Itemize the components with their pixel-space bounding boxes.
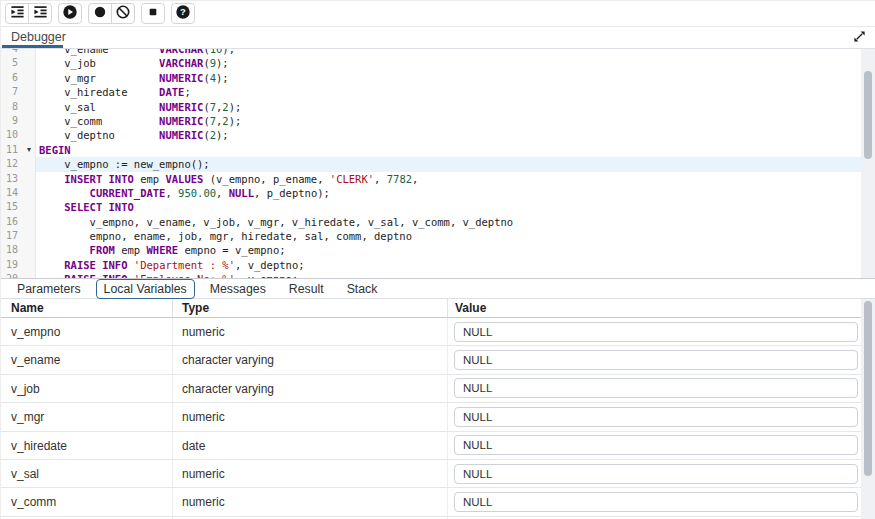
panel-tab-messages[interactable]: Messages [202, 279, 274, 299]
line-number[interactable]: 7 [1, 85, 23, 99]
line-number[interactable]: 5 [1, 56, 23, 70]
step-over-button[interactable] [28, 3, 52, 24]
stop-square-icon [145, 4, 161, 24]
fold-gutter [23, 71, 36, 85]
code-text[interactable]: v_mgr NUMERIC(4); [36, 71, 229, 85]
debugger-window: ? Debugger 4 v_ename VARCHAR(10);5 v_job… [0, 0, 875, 519]
editor-scrollbar[interactable] [861, 49, 875, 278]
line-number[interactable]: 15 [1, 200, 23, 214]
fold-gutter [23, 186, 36, 200]
code-line-18[interactable]: 18 FROM emp WHERE empno = v_empno; [1, 243, 862, 257]
table-row: v_mgrnumeric [1, 403, 862, 431]
scrollbar-thumb[interactable] [864, 71, 872, 159]
panel-tab-stack[interactable]: Stack [339, 279, 386, 299]
panel-tab-parameters[interactable]: Parameters [9, 279, 89, 299]
code-text[interactable]: v_sal NUMERIC(7,2); [36, 100, 241, 114]
line-number[interactable]: 13 [1, 172, 23, 186]
breakpoint-button-group [88, 3, 135, 24]
code-line-16[interactable]: 16 v_empno, v_ename, v_job, v_mgr, v_hir… [1, 215, 862, 229]
code-line-19[interactable]: 19 RAISE INFO 'Department : %', v_deptno… [1, 258, 862, 272]
variable-value-input[interactable] [454, 322, 858, 342]
fold-gutter [23, 128, 36, 142]
column-header-type: Type [173, 299, 448, 317]
line-number[interactable]: 11 [1, 143, 23, 157]
variable-name-cell: v_mgr [1, 403, 173, 430]
fold-gutter [23, 49, 36, 56]
code-text[interactable]: v_ename VARCHAR(10); [36, 49, 235, 56]
code-text[interactable]: v_comm NUMERIC(7,2); [36, 114, 241, 128]
continue-button[interactable] [58, 3, 82, 24]
code-line-14[interactable]: 14 CURRENT_DATE, 950.00, NULL, p_deptno)… [1, 186, 862, 200]
line-number[interactable]: 10 [1, 128, 23, 142]
code-line-12[interactable]: 12 v_empno := new_empno(); [1, 157, 862, 171]
help-button[interactable]: ? [171, 3, 195, 24]
code-line-7[interactable]: 7 v_hiredate DATE; [1, 85, 862, 99]
code-editor[interactable]: 4 v_ename VARCHAR(10);5 v_job VARCHAR(9)… [1, 49, 862, 278]
variable-name-cell: v_hiredate [1, 432, 173, 459]
variable-value-input[interactable] [454, 350, 858, 370]
line-number[interactable]: 12 [1, 157, 23, 171]
code-text[interactable]: v_empno, v_ename, v_job, v_mgr, v_hireda… [36, 215, 513, 229]
variable-name-cell: v_empno [1, 318, 173, 345]
code-line-8[interactable]: 8 v_sal NUMERIC(7,2); [1, 100, 862, 114]
code-text[interactable]: v_deptno NUMERIC(2); [36, 128, 229, 142]
panel-tab-result[interactable]: Result [281, 279, 332, 299]
code-text[interactable]: v_hiredate DATE; [36, 85, 191, 99]
variable-value-input[interactable] [454, 407, 858, 427]
panel-scrollbar[interactable] [861, 299, 875, 519]
line-number[interactable]: 16 [1, 215, 23, 229]
line-number[interactable]: 6 [1, 71, 23, 85]
line-number[interactable]: 9 [1, 114, 23, 128]
fold-gutter [23, 172, 36, 186]
code-line-4[interactable]: 4 v_ename VARCHAR(10); [1, 49, 862, 56]
code-text[interactable]: FROM emp WHERE empno = v_empno; [36, 243, 286, 257]
fold-gutter [23, 258, 36, 272]
editor-expand-button[interactable] [851, 30, 867, 46]
code-line-10[interactable]: 10 v_deptno NUMERIC(2); [1, 128, 862, 142]
stop-button[interactable] [141, 3, 165, 24]
line-number[interactable]: 14 [1, 186, 23, 200]
code-line-17[interactable]: 17 empno, ename, job, mgr, hiredate, sal… [1, 229, 862, 243]
table-row: v_commnumeric [1, 488, 862, 516]
line-number[interactable]: 8 [1, 100, 23, 114]
variable-value-input[interactable] [454, 378, 858, 398]
code-text[interactable]: SELECT INTO [36, 200, 134, 214]
step-into-icon [10, 4, 25, 23]
clear-all-breakpoints-button[interactable] [111, 3, 135, 24]
line-number[interactable]: 18 [1, 243, 23, 257]
line-number[interactable]: 17 [1, 229, 23, 243]
code-text[interactable]: INSERT INTO emp VALUES (v_empno, p_ename… [36, 172, 418, 186]
variable-value-cell [448, 318, 862, 345]
variable-value-input[interactable] [454, 435, 858, 455]
variable-value-input[interactable] [454, 492, 858, 512]
code-text[interactable]: v_job VARCHAR(9); [36, 56, 229, 70]
variable-value-cell [448, 346, 862, 373]
code-line-13[interactable]: 13 INSERT INTO emp VALUES (v_empno, p_en… [1, 172, 862, 186]
code-lines: 4 v_ename VARCHAR(10);5 v_job VARCHAR(9)… [1, 49, 862, 278]
svg-text:?: ? [180, 6, 186, 17]
code-line-6[interactable]: 6 v_mgr NUMERIC(4); [1, 71, 862, 85]
code-text[interactable]: BEGIN [36, 143, 71, 157]
code-line-9[interactable]: 9 v_comm NUMERIC(7,2); [1, 114, 862, 128]
code-line-5[interactable]: 5 v_job VARCHAR(9); [1, 56, 862, 70]
code-text[interactable]: CURRENT_DATE, 950.00, NULL, p_deptno); [36, 186, 330, 200]
variable-name-cell: v_job [1, 375, 173, 402]
ban-icon [115, 4, 131, 24]
line-number[interactable]: 19 [1, 258, 23, 272]
breakpoint-circle-icon [92, 4, 108, 24]
panel-tab-local-variables[interactable]: Local Variables [96, 279, 195, 299]
code-line-11[interactable]: 11▾BEGIN [1, 143, 862, 157]
toggle-breakpoint-button[interactable] [88, 3, 112, 24]
line-number[interactable]: 4 [1, 49, 23, 56]
variable-value-input[interactable] [454, 464, 858, 484]
code-text[interactable]: empno, ename, job, mgr, hiredate, sal, c… [36, 229, 412, 243]
code-line-15[interactable]: 15 SELECT INTO [1, 200, 862, 214]
code-text[interactable]: v_empno := new_empno(); [36, 157, 210, 171]
step-into-button[interactable] [5, 3, 29, 24]
variable-type-cell: numeric [173, 488, 448, 515]
code-text[interactable]: RAISE INFO 'Department : %', v_deptno; [36, 258, 305, 272]
variable-name-cell: v_comm [1, 488, 173, 515]
fold-arrow-icon[interactable]: ▾ [23, 143, 36, 157]
scrollbar-thumb[interactable] [864, 301, 872, 476]
fold-gutter [23, 56, 36, 70]
